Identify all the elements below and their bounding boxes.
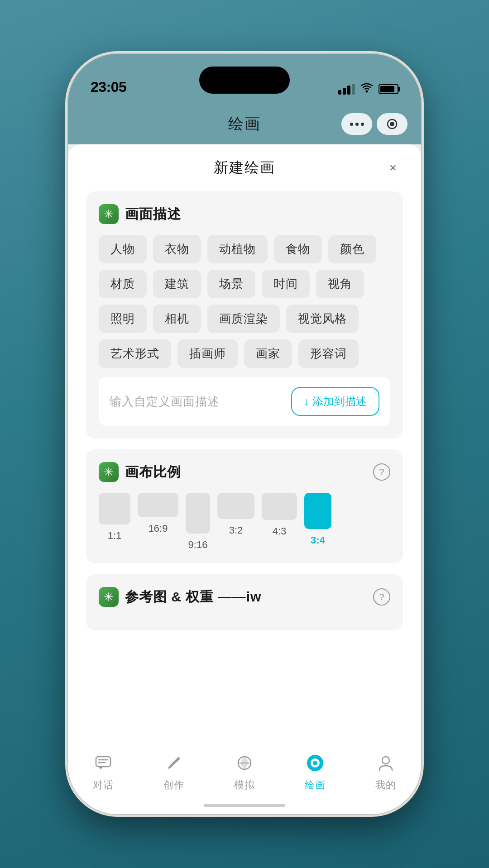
tag-color[interactable]: 颜色 (328, 235, 376, 263)
tab-paint[interactable]: 绘画 (280, 751, 350, 792)
tag-characters[interactable]: 人物 (99, 235, 147, 263)
ratio-grid: 1:1 16:9 9:16 3:2 (99, 493, 390, 551)
add-button-label: ↓ 添加到描述 (304, 394, 367, 409)
chat-icon (91, 751, 115, 775)
close-icon: × (389, 161, 397, 175)
reference-help-icon: ? (379, 592, 384, 602)
add-to-description-button[interactable]: ↓ 添加到描述 (291, 387, 379, 416)
ratio-section-icon: ✳ (99, 462, 119, 482)
tab-bar: 对话 创作 模拟 (68, 742, 421, 814)
wifi-icon (360, 83, 373, 95)
simulate-icon (233, 751, 256, 775)
ratio-preview-9-16 (186, 493, 210, 534)
main-content: 新建绘画 × ✳ 画面描述 人物 衣物 动植物 食物 颜 (68, 144, 421, 742)
paint-icon (303, 751, 327, 775)
tab-create-label: 创作 (163, 778, 184, 792)
ratio-section: ✳ 画布比例 ? 1:1 16:9 (86, 449, 403, 563)
header-buttons (341, 113, 408, 135)
ratio-item-1-1[interactable]: 1:1 (99, 493, 130, 551)
phone-frame: 23:05 绘画 (68, 54, 421, 814)
ratio-help-icon: ? (379, 467, 384, 477)
tag-food[interactable]: 食物 (274, 235, 322, 263)
home-indicator (204, 804, 285, 807)
ratio-label-9-16: 9:16 (188, 539, 208, 551)
app-title: 绘画 (228, 114, 261, 134)
modal-sheet: 新建绘画 × ✳ 画面描述 人物 衣物 动植物 食物 颜 (68, 144, 421, 742)
ratio-label-3-2: 3:2 (229, 525, 243, 536)
ratio-label-1-1: 1:1 (108, 530, 122, 542)
description-section: ✳ 画面描述 人物 衣物 动植物 食物 颜色 材质 建筑 场景 时间 视角 照明 (86, 191, 403, 439)
ratio-preview-16-9 (138, 493, 178, 517)
svg-rect-3 (96, 757, 110, 767)
signal-icon (338, 84, 355, 95)
tab-paint-label: 绘画 (305, 778, 326, 792)
star-icon: ✳ (104, 207, 114, 221)
tag-scene[interactable]: 场景 (207, 270, 255, 298)
dynamic-island (199, 67, 290, 94)
description-section-header: ✳ 画面描述 (99, 204, 390, 224)
ratio-item-3-2[interactable]: 3:2 (217, 493, 254, 551)
record-icon (386, 118, 398, 130)
description-section-title: 画面描述 (125, 205, 181, 224)
tab-mine[interactable]: 我的 (350, 751, 421, 792)
svg-point-0 (366, 91, 368, 93)
tag-material[interactable]: 材质 (99, 270, 147, 298)
tag-lighting[interactable]: 照明 (99, 305, 147, 333)
tag-adjective[interactable]: 形容词 (298, 339, 359, 368)
modal-header: 新建绘画 × (86, 158, 403, 178)
tab-chat-label: 对话 (93, 778, 114, 792)
status-icons (338, 83, 398, 95)
mine-icon (374, 751, 398, 775)
custom-input-placeholder: 输入自定义画面描述 (110, 394, 220, 410)
ratio-item-16-9[interactable]: 16:9 (138, 493, 178, 551)
tag-painter[interactable]: 画家 (244, 339, 292, 368)
tab-simulate[interactable]: 模拟 (209, 751, 280, 792)
ratio-label-4-3: 4:3 (273, 525, 287, 537)
reference-section-header: ✳ 参考图 & 权重 ——iw ? (99, 587, 390, 607)
ratio-item-4-3[interactable]: 4:3 (262, 493, 297, 551)
close-button[interactable]: × (383, 158, 403, 178)
battery-icon (379, 84, 398, 94)
record-button[interactable] (377, 113, 408, 135)
ratio-label-16-9: 16:9 (149, 523, 168, 534)
more-options-button[interactable] (341, 113, 372, 135)
tab-simulate-label: 模拟 (234, 778, 255, 792)
svg-point-15 (382, 757, 389, 764)
tag-time[interactable]: 时间 (262, 270, 310, 298)
modal-title: 新建绘画 (106, 158, 383, 178)
tab-create[interactable]: 创作 (139, 751, 209, 792)
status-time: 23:05 (91, 79, 126, 95)
ratio-preview-3-2 (217, 493, 254, 519)
reference-star-icon: ✳ (104, 590, 114, 604)
create-icon (162, 751, 186, 775)
ratio-preview-4-3 (262, 493, 297, 520)
svg-point-10 (313, 761, 317, 765)
ratio-item-9-16[interactable]: 9:16 (186, 493, 210, 551)
ratio-star-icon: ✳ (104, 465, 114, 479)
ratio-help-button[interactable]: ? (373, 463, 390, 481)
svg-point-2 (390, 122, 394, 126)
tab-mine-label: 我的 (375, 778, 396, 792)
tab-chat[interactable]: 对话 (68, 751, 139, 792)
tag-art-form[interactable]: 艺术形式 (99, 339, 171, 368)
custom-input-area[interactable]: 输入自定义画面描述 ↓ 添加到描述 (99, 377, 390, 426)
tag-architecture[interactable]: 建筑 (153, 270, 201, 298)
tag-plants-animals[interactable]: 动植物 (207, 235, 268, 263)
ratio-item-3-4[interactable]: 3:4 (304, 493, 331, 551)
tag-perspective[interactable]: 视角 (316, 270, 364, 298)
tag-clothing[interactable]: 衣物 (153, 235, 201, 263)
reference-section: ✳ 参考图 & 权重 ——iw ? (86, 574, 403, 630)
tag-visual-style[interactable]: 视觉风格 (286, 305, 359, 333)
reference-section-title: 参考图 & 权重 ——iw (125, 588, 261, 606)
ratio-label-3-4: 3:4 (311, 534, 325, 546)
ratio-preview-1-1 (99, 493, 130, 525)
dots-icon (350, 123, 364, 126)
ratio-section-title: 画布比例 (125, 463, 181, 482)
app-header: 绘画 (68, 104, 421, 144)
tag-quality-render[interactable]: 画质渲染 (207, 305, 280, 333)
reference-help-button[interactable]: ? (373, 588, 390, 606)
tag-camera[interactable]: 相机 (153, 305, 201, 333)
reference-section-icon: ✳ (99, 587, 119, 607)
tag-illustrator[interactable]: 插画师 (177, 339, 238, 368)
tags-grid: 人物 衣物 动植物 食物 颜色 材质 建筑 场景 时间 视角 照明 相机 画质渲… (99, 235, 390, 368)
